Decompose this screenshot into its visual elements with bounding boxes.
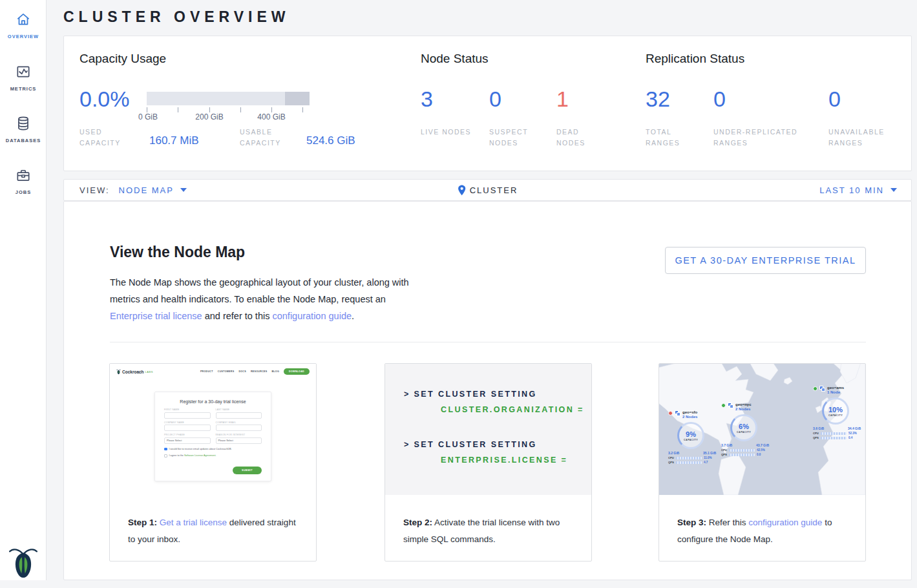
mini-nav-item: RESOURCES [251,370,267,373]
node-map-panel: View the Node Map The Node Map shows the… [63,201,912,580]
mini-site-nav: PRODUCT CUSTOMERS DOCS RESOURCES BLOG DO… [200,368,310,375]
mini-nav-item: CUSTOMERS [218,370,235,373]
breadcrumb-cluster-label: CLUSTER [470,185,518,195]
mini-form-field: REASON FOR INTEREST Please Select [216,434,262,444]
mini-form-field: PROJECT PHASE Please Select [164,434,211,444]
live-nodes-value: 3 [421,87,433,112]
sql-command: > SET CLUSTER SETTING CLUSTER.ORGANIZATI… [404,390,584,414]
live-status-icon [721,403,726,408]
description-line: metrics and health indicators. To enable… [110,291,409,308]
field-label: COMPANY NAME [164,421,211,424]
usable-capacity-label: USABLE CAPACITY [240,127,304,149]
sidebar-item-jobs[interactable]: JOBS [0,167,47,195]
map-locality-nyc: geo=nyc 2 Nodes 6% CAPACITY 3.7 GiB 43.7… [721,403,779,456]
used-capacity-value: 160.7 MiB [149,134,199,147]
capacity-used: 3.7 GiB [721,443,732,447]
cpu-sparkline [729,449,755,452]
view-label: VIEW: [79,185,110,195]
locality-name: geo=nyc [735,403,752,407]
capacity-gauge: 10% CAPACITY [822,397,849,425]
capacity-used: 3.6 GiB [813,426,824,430]
dead-nodes-label: DEAD NODES [556,127,608,149]
axis-tick [302,107,303,112]
enterprise-trial-license-link[interactable]: Enterprise trial license [110,311,202,321]
location-pin-icon [458,185,466,196]
total-ranges-label: TOTAL RANGES [646,127,697,149]
capacity-gauge: 6% CAPACITY [730,414,757,441]
mini-submit-button: SUBMIT [233,467,262,474]
sidebar-item-label: METRICS [0,86,47,92]
capacity-total: 35.1 GiB [703,451,716,455]
mini-registration-form: Register for a 30-day trial license FIRS… [154,392,271,481]
field-label: REASON FOR INTEREST [216,434,262,436]
sidebar-item-label: DATABASES [0,138,47,143]
capacity-used: 3.2 GiB [668,451,679,455]
capacity-bar-reserved-segment [285,92,310,105]
sidebar-item-label: JOBS [0,189,47,195]
database-icon [15,115,32,132]
briefcase-icon [15,167,32,184]
used-capacity-label: USED CAPACITY [79,127,141,149]
step-2-preview-image: > SET CLUSTER SETTING CLUSTER.ORGANIZATI… [385,364,591,495]
view-dropdown[interactable]: NODE MAP [119,185,187,195]
usable-capacity-value: 524.6 GiB [306,134,355,147]
configuration-guide-link[interactable]: configuration guide [272,311,352,321]
mini-site-header: Cockroach LABS PRODUCT CUSTOMERS DOCS RE… [110,364,316,379]
suspect-nodes-value: 0 [489,87,501,112]
live-status-icon [813,386,817,391]
nodes-cube-icon [675,410,680,416]
sidebar-item-label: OVERVIEW [0,34,47,39]
sidebar-item-overview[interactable]: OVERVIEW [0,11,47,39]
home-icon [15,11,32,28]
view-dropdown-value: NODE MAP [119,185,174,195]
software-license-link: Software License Agreement. [184,454,216,457]
field-label: PROJECT PHASE [164,434,211,436]
axis-tick [147,107,147,112]
sidebar-item-databases[interactable]: DATABASES [0,115,47,143]
step-3-card: geo=sfo 2 Nodes 9% CAPACITY 3.2 GiB 35.1… [659,363,866,562]
checkbox-checked-icon [164,448,167,451]
under-replicated-ranges-value: 0 [713,87,726,112]
total-ranges-value: 32 [646,87,670,112]
capacity-total: 43.7 GiB [756,443,769,447]
cpu-sparkline [676,457,702,459]
axis-tick-label: 0 GiB [138,112,158,121]
capacity-usage-title: Capacity Usage [79,52,166,66]
field-label: FIRST NAME [164,408,211,411]
node-status-title: Node Status [421,52,489,66]
axis-tick [240,107,241,112]
mini-form-field: FIRST NAME [164,408,211,419]
mini-nav-item: BLOG [271,370,279,373]
cockroach-icon [9,546,37,580]
checkbox-label: I would like to receive email updates ab… [169,448,232,450]
mini-site-logo: Cockroach LABS [116,369,153,375]
cpu-sparkline [821,432,847,435]
sidebar-item-metrics[interactable]: METRICS [0,63,47,92]
locality-name: geo=sfo [682,410,697,415]
nodes-cube-icon [728,403,733,408]
get-trial-license-link[interactable]: Get a trial license [160,518,227,527]
view-bar: VIEW: NODE MAP CLUSTER LAST 10 MIN [63,179,912,201]
dead-nodes-value: 1 [556,87,569,112]
section-title: View the Node Map [110,244,245,261]
node-map-description: The Node Map shows the geographical layo… [110,274,409,324]
dead-status-icon [668,411,673,415]
breadcrumb[interactable]: CLUSTER [458,180,518,200]
mini-site-logo-text: Cockroach [122,370,144,374]
mini-nav-item: PRODUCT [200,370,213,373]
time-range-dropdown[interactable]: LAST 10 MIN [819,180,897,200]
step-2-caption: Step 2: Activate the trial license with … [385,495,591,548]
map-locality-ams: geo=ams 1 Node 10% CAPACITY 3.6 GiB 34.4… [813,386,865,439]
locality-node-count: 2 Nodes [735,407,752,412]
field-input [164,425,211,431]
description-text: . [352,311,354,321]
enterprise-trial-button[interactable]: GET A 30-DAY ENTERPRISE TRIAL [665,247,866,274]
mini-checkbox-row: I would like to receive email updates ab… [164,448,262,451]
mini-nav-item: DOCS [238,370,246,373]
configuration-guide-link[interactable]: configuration guide [748,518,822,527]
step-1-preview-image: Cockroach LABS PRODUCT CUSTOMERS DOCS RE… [110,364,316,495]
capacity-gauge: 9% CAPACITY [677,422,704,449]
field-select: Please Select [164,437,211,444]
chevron-down-icon [180,188,187,192]
step-prefix: Step 3: [677,518,706,527]
